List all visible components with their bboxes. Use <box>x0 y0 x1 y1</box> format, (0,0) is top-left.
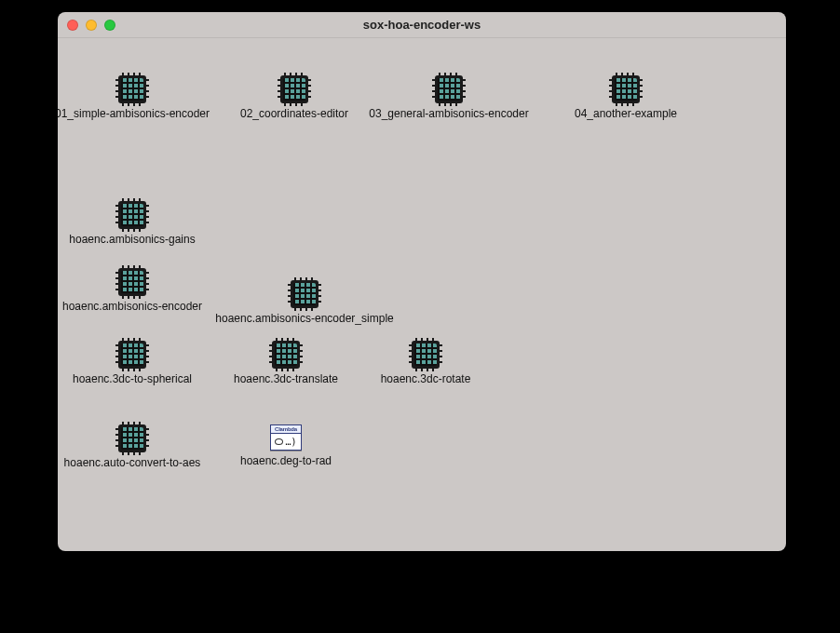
item-label: 02_coordinates-editor <box>240 107 348 120</box>
item-label: hoaenc.deg-to-rad <box>240 454 332 467</box>
chip-icon <box>118 424 146 452</box>
chip-icon <box>272 341 300 369</box>
item-label: hoaenc.3dc-rotate <box>381 372 471 385</box>
chip-icon <box>118 341 146 369</box>
item-label: hoaenc.3dc-translate <box>234 372 338 385</box>
item-label: 04_another-example <box>575 107 677 120</box>
item-label: 01_simple-ambisonics-encoder <box>58 107 210 120</box>
hoaenc-3dc-rot[interactable]: hoaenc.3dc-rotate <box>337 341 514 385</box>
item-label: hoaenc.3dc-to-spherical <box>73 372 192 385</box>
app-window: sox-hoa-encoder-ws 01_simple-ambisonics-… <box>58 12 786 551</box>
item-label: 03_general-ambisonics-encoder <box>369 107 528 120</box>
item-label: hoaenc.ambisonics-gains <box>69 233 195 246</box>
hoaenc-3dc-sph[interactable]: hoaenc.3dc-to-spherical <box>58 341 221 385</box>
titlebar: sox-hoa-encoder-ws <box>58 12 786 38</box>
minimize-icon[interactable] <box>86 20 97 31</box>
hoaenc-auto-aes[interactable]: hoaenc.auto-convert-to-aes <box>58 424 221 469</box>
chip-icon <box>291 280 318 308</box>
hoaenc-encoder[interactable]: hoaenc.ambisonics-encoder <box>58 268 221 313</box>
window-controls <box>67 20 115 31</box>
chip-icon <box>118 268 146 296</box>
item-label: hoaenc.auto-convert-to-aes <box>64 456 201 469</box>
workspace[interactable]: 01_simple-ambisonics-encoder02_coordinat… <box>58 38 786 551</box>
chip-icon <box>118 201 146 229</box>
chip-icon <box>412 341 440 369</box>
chip-icon <box>118 75 146 103</box>
hoaenc-enc-simp[interactable]: hoaenc.ambisonics-encoder_simple <box>216 280 393 325</box>
zoom-icon[interactable] <box>104 20 115 31</box>
hoaenc-gains[interactable]: hoaenc.ambisonics-gains <box>58 201 221 246</box>
item-label: hoaenc.ambisonics-encoder <box>62 300 202 313</box>
chip-icon <box>612 75 640 103</box>
close-icon[interactable] <box>67 20 78 31</box>
item-03-general[interactable]: 03_general-ambisonics-encoder <box>360 75 537 120</box>
chip-icon <box>280 75 308 103</box>
chip-icon <box>435 75 463 103</box>
lambda-icon: Clambda…) <box>270 424 302 451</box>
item-label: hoaenc.ambisonics-encoder_simple <box>215 312 393 325</box>
window-title: sox-hoa-encoder-ws <box>58 18 786 32</box>
item-02-coords[interactable]: 02_coordinates-editor <box>206 75 383 120</box>
item-01-simple[interactable]: 01_simple-ambisonics-encoder <box>58 75 221 120</box>
item-04-another[interactable]: 04_another-example <box>537 75 714 120</box>
hoaenc-deg-rad[interactable]: Clambda…)hoaenc.deg-to-rad <box>197 424 374 467</box>
